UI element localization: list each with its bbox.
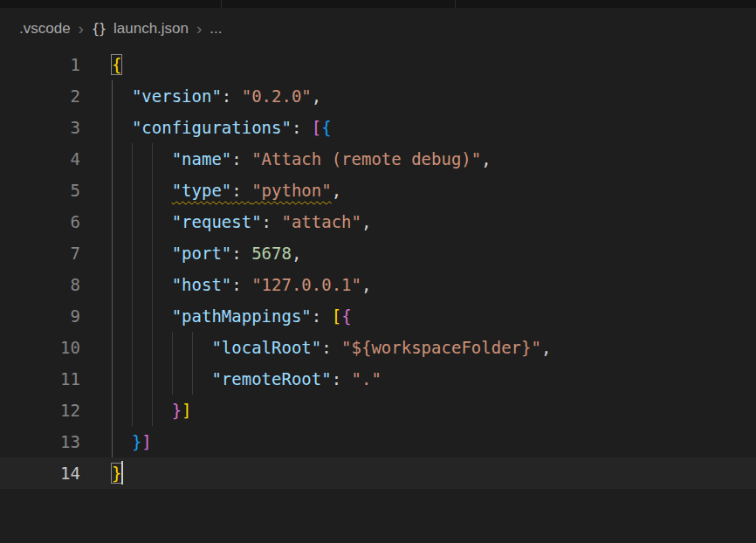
indent-guide	[112, 363, 132, 395]
line-number[interactable]: 5	[0, 175, 80, 206]
line-number[interactable]: 9	[0, 300, 80, 332]
indent-guide	[112, 206, 132, 237]
chevron-right-icon: ›	[196, 20, 202, 37]
code-line[interactable]: 9"pathMappings": [{	[0, 300, 756, 332]
code-token: ,	[312, 86, 321, 106]
code-token: "configurations"	[132, 118, 292, 137]
code-token: "python"	[251, 181, 332, 200]
indent-guide	[112, 237, 132, 269]
indent-guide	[112, 300, 132, 332]
indent-guide	[152, 332, 172, 363]
indent-guide	[152, 269, 172, 300]
code-line-content: "pathMappings": [{	[112, 300, 352, 332]
line-number[interactable]: 3	[0, 112, 80, 143]
code-token: ,	[332, 181, 341, 200]
code-line-content: "host": "127.0.0.1",	[112, 269, 371, 300]
code-lines: 1{2"version": "0.2.0",3"configurations":…	[0, 49, 756, 489]
indent-guide	[112, 80, 132, 112]
code-line-content: "port": 5678,	[112, 237, 301, 269]
code-line[interactable]: 5"type": "python",	[0, 175, 756, 206]
indent-guide	[172, 363, 192, 395]
code-token: [	[332, 306, 341, 326]
code-token: :	[231, 149, 251, 168]
matched-bracket: }	[112, 464, 121, 483]
code-token: }	[172, 401, 182, 420]
code-token: "."	[352, 369, 381, 388]
indent-guide	[112, 395, 132, 426]
tab-separator	[221, 0, 222, 8]
code-editor[interactable]: 1{2"version": "0.2.0",3"configurations":…	[0, 49, 756, 489]
code-line[interactable]: 8"host": "127.0.0.1",	[0, 269, 756, 300]
code-line[interactable]: 13}]	[0, 426, 756, 457]
line-number[interactable]: 13	[0, 426, 80, 457]
code-line[interactable]: 2"version": "0.2.0",	[0, 80, 756, 112]
line-number[interactable]: 2	[0, 80, 80, 112]
indent-guide	[152, 237, 172, 269]
indent-guide	[152, 395, 172, 426]
code-line[interactable]: 1{	[0, 49, 756, 80]
code-token: "remoteRoot"	[211, 369, 331, 388]
indent-guide	[132, 175, 152, 206]
indent-guide	[152, 143, 172, 175]
code-line[interactable]: 3"configurations": [{	[0, 112, 756, 143]
code-token: "port"	[172, 244, 232, 263]
code-line-content: "version": "0.2.0",	[112, 80, 321, 112]
chevron-right-icon: ›	[79, 20, 84, 37]
matched-bracket: {	[112, 55, 121, 74]
indent-guide	[132, 143, 152, 175]
code-line-content: }	[112, 457, 123, 489]
code-line[interactable]: 11"remoteRoot": "."	[0, 363, 756, 395]
line-number[interactable]: 1	[0, 49, 80, 80]
code-line[interactable]: 4"name": "Attach (remote debug)",	[0, 143, 756, 175]
code-line-content: "remoteRoot": "."	[112, 363, 381, 395]
line-number[interactable]: 4	[0, 143, 80, 175]
code-token: "Attach (remote debug)"	[251, 149, 481, 168]
code-token: "request"	[172, 212, 262, 231]
indent-guide	[132, 206, 152, 237]
code-token: {	[321, 118, 331, 137]
code-line-content: }]	[112, 395, 192, 426]
code-token: "host"	[172, 275, 232, 294]
indent-guide	[192, 363, 212, 395]
code-line[interactable]: 12}]	[0, 395, 756, 426]
indent-guide	[132, 332, 152, 363]
code-token: ,	[292, 244, 301, 263]
code-token: ,	[361, 212, 371, 231]
code-token: ]	[182, 401, 191, 420]
code-line[interactable]: 14}	[0, 457, 756, 489]
line-number[interactable]: 7	[0, 237, 80, 269]
line-number[interactable]: 11	[0, 363, 80, 395]
code-token: "0.2.0"	[242, 86, 312, 106]
code-token: :	[292, 118, 312, 137]
code-token: ,	[541, 338, 551, 357]
line-number[interactable]: 12	[0, 395, 80, 426]
code-token: 5678	[251, 244, 292, 263]
indent-guide	[132, 300, 152, 332]
code-token: :	[231, 275, 251, 294]
indent-guide	[132, 363, 152, 395]
indent-guide	[172, 332, 192, 363]
tab-bar	[0, 0, 756, 8]
code-token: ,	[361, 275, 371, 294]
code-line-content: "request": "attach",	[112, 206, 371, 237]
breadcrumb-symbol[interactable]: ...	[210, 20, 222, 38]
indent-guide	[132, 395, 152, 426]
code-token: "localRoot"	[211, 338, 321, 357]
code-line[interactable]: 7"port": 5678,	[0, 237, 756, 269]
line-number[interactable]: 14	[0, 457, 80, 489]
indent-guide	[132, 237, 152, 269]
code-line-content: "localRoot": "${workspaceFolder}",	[112, 332, 551, 363]
vscode-window: .vscode › {} launch.json › ... 1{2"versi…	[0, 0, 756, 543]
code-line[interactable]: 10"localRoot": "${workspaceFolder}",	[0, 332, 756, 363]
breadcrumb-folder[interactable]: .vscode	[19, 20, 71, 38]
line-number[interactable]: 10	[0, 332, 80, 363]
line-number[interactable]: 8	[0, 269, 80, 300]
tab-separator	[455, 0, 456, 8]
code-token: "version"	[132, 86, 222, 106]
code-line[interactable]: 6"request": "attach",	[0, 206, 756, 237]
indent-guide	[112, 426, 132, 457]
line-number[interactable]: 6	[0, 206, 80, 237]
code-token: {	[341, 306, 351, 326]
code-line-content: }]	[112, 426, 152, 457]
breadcrumb-file[interactable]: launch.json	[113, 20, 189, 38]
